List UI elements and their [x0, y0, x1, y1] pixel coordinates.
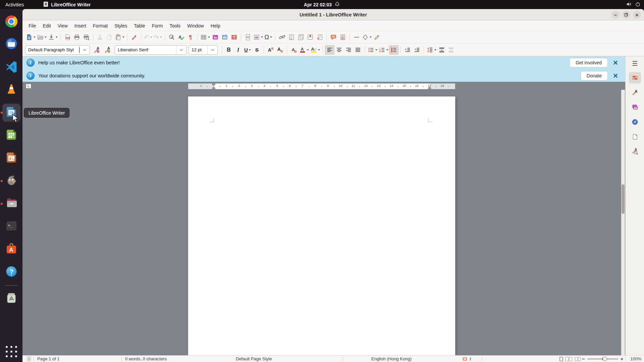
- font-color-button[interactable]: A: [299, 45, 310, 55]
- no-list-button[interactable]: [389, 45, 398, 55]
- menu-form[interactable]: Form: [149, 21, 166, 30]
- new-document-button[interactable]: [25, 33, 36, 42]
- track-changes-button[interactable]: [338, 33, 347, 42]
- menu-insert[interactable]: Insert: [71, 21, 90, 30]
- book-view-icon[interactable]: [575, 357, 581, 361]
- dropdown-arrow-icon[interactable]: [34, 37, 36, 38]
- decrease-indent-button[interactable]: [412, 45, 422, 55]
- insert-image-button[interactable]: [211, 33, 220, 42]
- paragraph-style-combo[interactable]: Default Paragraph Styl: [25, 45, 90, 55]
- dropdown-arrow-icon[interactable]: [208, 37, 210, 38]
- print-preview-button[interactable]: [82, 33, 91, 42]
- menu-help[interactable]: Help: [207, 21, 224, 30]
- insert-hyperlink-button[interactable]: [277, 33, 287, 42]
- bold-button[interactable]: B: [224, 45, 233, 55]
- sidebar-tab-sidebar-settings[interactable]: ☰: [629, 59, 641, 67]
- insert-special-character-button[interactable]: Ω: [264, 33, 273, 42]
- align-justify-button[interactable]: [353, 45, 363, 55]
- dock-item-chrome[interactable]: [5, 15, 18, 28]
- menu-format[interactable]: Format: [90, 21, 111, 30]
- dock-item-help[interactable]: ?: [5, 265, 18, 279]
- get-involved-button[interactable]: Get involved: [570, 58, 608, 67]
- titlebar[interactable]: Untitled 1 - LibreOffice Writer − ×: [22, 9, 644, 20]
- multi-page-view-icon[interactable]: [565, 357, 573, 361]
- sidebar-tab-navigator[interactable]: [629, 116, 641, 128]
- insert-page-break-button[interactable]: [243, 33, 253, 42]
- insert-table-button[interactable]: [200, 33, 211, 42]
- close-icon[interactable]: ×: [613, 72, 618, 80]
- single-page-view-icon[interactable]: [559, 357, 563, 361]
- align-left-button[interactable]: [325, 45, 334, 55]
- chevron-down-icon[interactable]: [207, 46, 217, 54]
- horizontal-line-button[interactable]: [352, 33, 361, 42]
- dropdown-arrow-icon[interactable]: [434, 49, 436, 51]
- focused-app-indicator[interactable]: LibreOffice Writer: [43, 1, 91, 8]
- close-button[interactable]: ×: [633, 11, 641, 19]
- strikethrough-button[interactable]: S: [252, 45, 262, 55]
- align-center-button[interactable]: [334, 45, 344, 55]
- basic-shapes-button[interactable]: [361, 33, 372, 42]
- subscript-button[interactable]: AB: [275, 45, 285, 55]
- menu-tools[interactable]: Tools: [166, 21, 184, 30]
- formatting-marks-button[interactable]: ¶: [186, 33, 195, 42]
- save-button[interactable]: [47, 33, 58, 42]
- tab-stop-selector[interactable]: L: [26, 84, 31, 88]
- save-status-icon[interactable]: [26, 356, 32, 362]
- dropdown-arrow-icon[interactable]: [56, 37, 58, 38]
- dock-item-libreoffice-calc[interactable]: [5, 129, 18, 142]
- dropdown-arrow-icon[interactable]: [386, 49, 388, 51]
- chevron-down-icon[interactable]: [176, 46, 186, 54]
- zoom-slider-track[interactable]: [587, 359, 618, 359]
- dock-item-files[interactable]: [5, 197, 18, 210]
- restore-button[interactable]: [622, 11, 630, 19]
- dropdown-arrow-icon[interactable]: [160, 37, 162, 38]
- dock-item-ubuntu-software[interactable]: A: [5, 243, 18, 256]
- increase-paragraph-spacing-button[interactable]: [437, 45, 446, 55]
- insert-cross-reference-button[interactable]: [315, 33, 324, 42]
- dock-item-vscode[interactable]: [5, 60, 18, 74]
- line-spacing-button[interactable]: [426, 45, 437, 55]
- insert-comment-button[interactable]: [329, 33, 338, 42]
- clone-formatting-button[interactable]: [129, 33, 139, 42]
- dropdown-arrow-icon[interactable]: [270, 37, 272, 38]
- dropdown-arrow-icon[interactable]: [370, 37, 372, 38]
- sidebar-tab-page[interactable]: [629, 131, 641, 142]
- insert-footnote-button[interactable]: [287, 33, 296, 42]
- menu-styles[interactable]: Styles: [111, 21, 130, 30]
- clock-menu[interactable]: Apr 22 02:03: [304, 1, 340, 8]
- chevron-down-icon[interactable]: [79, 46, 90, 54]
- menu-window[interactable]: Window: [184, 21, 207, 30]
- language-status[interactable]: English (Hong Kong): [371, 356, 412, 362]
- dropdown-arrow-icon[interactable]: [375, 49, 377, 51]
- insert-field-button[interactable]: [253, 33, 264, 42]
- superscript-button[interactable]: AB: [266, 45, 275, 55]
- dropdown-arrow-icon[interactable]: [150, 37, 152, 38]
- dock-item-thunderbird[interactable]: [5, 38, 18, 51]
- activities-button[interactable]: Activities: [0, 0, 29, 9]
- font-size-combo[interactable]: 12 pt: [189, 45, 218, 55]
- paste-button[interactable]: [114, 33, 125, 42]
- menu-table[interactable]: Table: [130, 21, 148, 30]
- sidebar-tab-properties[interactable]: [629, 72, 641, 83]
- close-icon[interactable]: ×: [613, 59, 618, 67]
- sidebar-tab-style-inspector[interactable]: A: [629, 146, 641, 157]
- dropdown-arrow-icon[interactable]: [45, 37, 47, 38]
- find-replace-button[interactable]: [167, 33, 176, 42]
- increase-indent-button[interactable]: [403, 45, 412, 55]
- update-style-button[interactable]: A: [92, 45, 101, 55]
- dropdown-arrow-icon[interactable]: [249, 49, 251, 51]
- dock-item-gimp[interactable]: [5, 174, 18, 188]
- ordered-list-button[interactable]: IIIIII: [378, 45, 389, 55]
- page-style-status[interactable]: Default Page Style: [236, 356, 272, 362]
- spelling-button[interactable]: A: [176, 33, 186, 42]
- print-button[interactable]: [72, 33, 82, 42]
- dock-item-libreoffice-impress[interactable]: [5, 152, 18, 165]
- font-name-combo[interactable]: Liberation Serif: [115, 45, 186, 55]
- page-number-status[interactable]: Page 1 of 1: [37, 356, 60, 362]
- zoom-in-button[interactable]: +: [621, 356, 624, 361]
- horizontal-ruler[interactable]: 1123456789101112131415161718: [188, 83, 455, 89]
- show-applications-button[interactable]: [5, 346, 18, 357]
- menu-view[interactable]: View: [54, 21, 71, 30]
- dock-item-trash[interactable]: [5, 292, 18, 305]
- new-style-button[interactable]: A: [103, 45, 112, 55]
